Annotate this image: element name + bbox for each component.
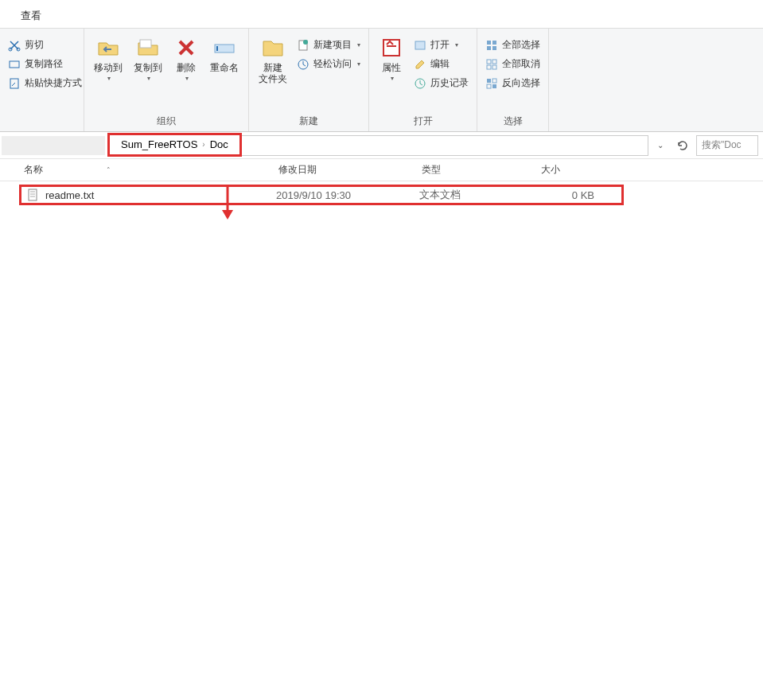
ribbon-tab-bar: 查看 xyxy=(0,0,763,29)
svg-rect-13 xyxy=(487,41,491,45)
svg-marker-26 xyxy=(222,210,233,220)
properties-button[interactable]: 属性 ▾ xyxy=(374,32,409,85)
column-header-size[interactable]: 大小 xyxy=(541,163,605,177)
new-item-icon xyxy=(297,39,309,52)
svg-rect-6 xyxy=(216,46,218,51)
paste-shortcut-button[interactable]: 粘贴快捷方式 xyxy=(5,75,85,91)
file-date: 2019/9/10 19:30 xyxy=(276,189,419,201)
group-label-new: 新建 xyxy=(254,112,364,131)
select-none-button[interactable]: 全部取消 xyxy=(482,56,543,72)
svg-rect-21 xyxy=(487,79,491,83)
nav-buttons-placeholder xyxy=(2,136,105,155)
invert-selection-button[interactable]: 反向选择 xyxy=(482,75,543,91)
svg-rect-15 xyxy=(487,46,491,50)
copy-to-icon xyxy=(135,35,161,60)
address-bar-row: Sum_FreeRTOS › Doc ⌄ 搜索"Doc xyxy=(0,132,763,159)
file-row[interactable]: readme.txt 2019/9/10 19:30 文本文档 0 KB xyxy=(19,185,624,205)
annotation-arrow-icon xyxy=(220,183,236,221)
svg-rect-17 xyxy=(487,60,491,64)
select-all-button[interactable]: 全部选择 xyxy=(482,37,543,53)
copy-to-button[interactable]: 复制到 ▾ xyxy=(129,32,167,85)
open-button[interactable]: 打开 ▾ xyxy=(411,37,472,53)
breadcrumb-seg-2[interactable]: Doc xyxy=(205,138,233,150)
open-icon xyxy=(414,39,426,52)
tab-view[interactable]: 查看 xyxy=(10,4,53,28)
svg-rect-11 xyxy=(415,41,425,49)
path-icon xyxy=(8,58,21,71)
dropdown-arrow-icon: ▾ xyxy=(147,75,150,82)
dropdown-arrow-icon: ▾ xyxy=(107,75,111,82)
search-input[interactable]: 搜索"Doc xyxy=(696,135,758,156)
svg-rect-24 xyxy=(492,84,496,88)
new-item-label: 新建项目 xyxy=(313,38,352,52)
edit-icon xyxy=(414,58,426,71)
dropdown-arrow-icon: ▾ xyxy=(455,41,458,49)
select-all-icon xyxy=(485,39,498,52)
invert-label: 反向选择 xyxy=(502,76,540,90)
history-icon xyxy=(414,77,426,90)
svg-point-8 xyxy=(303,40,308,45)
file-name: readme.txt xyxy=(45,189,94,201)
file-size: 0 KB xyxy=(539,189,602,201)
cut-button[interactable]: 剪切 xyxy=(5,37,85,53)
copy-path-button[interactable]: 复制路径 xyxy=(5,56,85,72)
svg-rect-20 xyxy=(492,65,496,69)
group-label-open: 打开 xyxy=(374,112,472,131)
paste-shortcut-label: 粘贴快捷方式 xyxy=(25,76,82,90)
delete-label: 删除 xyxy=(177,62,196,73)
properties-label: 属性 xyxy=(382,62,401,73)
dropdown-arrow-icon: ▾ xyxy=(391,75,394,82)
new-item-button[interactable]: 新建项目 ▾ xyxy=(294,37,364,53)
rename-button[interactable]: 重命名 xyxy=(205,32,243,76)
svg-rect-14 xyxy=(492,41,496,45)
dropdown-arrow-icon: ▾ xyxy=(357,60,360,68)
file-list: readme.txt 2019/9/10 19:30 文本文档 0 KB xyxy=(0,181,763,205)
breadcrumb-highlight: Sum_FreeRTOS › Doc xyxy=(107,133,242,157)
svg-rect-18 xyxy=(492,60,496,64)
easy-access-label: 轻松访问 xyxy=(313,57,352,71)
select-all-label: 全部选择 xyxy=(502,38,540,52)
properties-icon xyxy=(379,35,404,60)
easy-access-button[interactable]: 轻松访问 ▾ xyxy=(294,56,364,72)
group-label-select: 选择 xyxy=(482,112,543,131)
address-dropdown-button[interactable]: ⌄ xyxy=(652,137,669,154)
new-folder-button[interactable]: 新建 文件夹 xyxy=(254,32,292,88)
svg-rect-27 xyxy=(29,189,37,200)
column-header-date[interactable]: 修改日期 xyxy=(278,163,422,177)
shortcut-icon xyxy=(8,77,21,90)
history-button[interactable]: 历史记录 xyxy=(411,75,472,91)
edit-button[interactable]: 编辑 xyxy=(411,56,472,72)
edit-label: 编辑 xyxy=(430,57,450,71)
breadcrumb-seg-1[interactable]: Sum_FreeRTOS xyxy=(116,138,202,150)
new-folder-icon xyxy=(260,35,286,60)
select-none-icon xyxy=(485,58,498,71)
copy-to-label: 复制到 xyxy=(134,62,162,73)
svg-rect-23 xyxy=(487,84,491,88)
breadcrumb[interactable]: Sum_FreeRTOS › Doc xyxy=(108,135,648,156)
history-label: 历史记录 xyxy=(430,76,469,90)
svg-rect-2 xyxy=(10,61,19,68)
column-header-name[interactable]: 名称 ˄ xyxy=(24,163,278,177)
delete-button[interactable]: 删除 ▾ xyxy=(169,32,204,85)
svg-rect-16 xyxy=(492,46,496,50)
select-none-label: 全部取消 xyxy=(502,57,540,71)
scissors-icon xyxy=(8,39,21,52)
ribbon: 剪切 复制路径 粘贴快捷方式 xyxy=(0,29,763,132)
dropdown-arrow-icon: ▾ xyxy=(357,41,360,49)
move-to-label: 移动到 xyxy=(94,62,123,73)
svg-rect-4 xyxy=(140,40,151,48)
invert-icon xyxy=(485,77,498,90)
dropdown-arrow-icon: ▾ xyxy=(185,75,189,82)
refresh-button[interactable] xyxy=(674,137,691,154)
new-folder-label: 新建 文件夹 xyxy=(259,62,287,85)
svg-rect-19 xyxy=(487,65,491,69)
rename-label: 重命名 xyxy=(210,62,239,73)
rename-icon xyxy=(212,35,237,60)
cut-label: 剪切 xyxy=(25,38,44,52)
file-type: 文本文档 xyxy=(419,188,539,202)
column-header-type[interactable]: 类型 xyxy=(422,163,541,177)
chevron-down-icon: ⌄ xyxy=(657,141,664,150)
group-label-clipboard xyxy=(5,126,79,131)
move-to-button[interactable]: 移动到 ▾ xyxy=(89,32,127,85)
text-file-icon xyxy=(26,189,39,201)
